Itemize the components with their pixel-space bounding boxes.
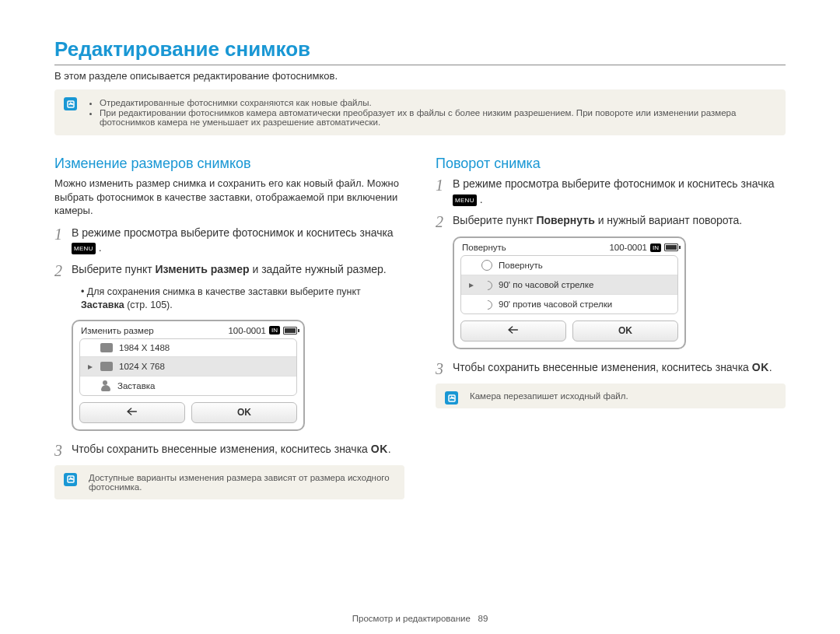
list-item[interactable]: Заставка xyxy=(80,376,296,395)
resize-bottom-note: Доступные варианты изменения размера зав… xyxy=(54,465,404,499)
rotate-step-2: 2 Выберите пункт Повернуть и нужный вари… xyxy=(436,213,786,230)
step-body: Выберите пункт Повернуть и нужный вариан… xyxy=(453,213,742,230)
step-text-post: и нужный вариант поворота. xyxy=(598,214,743,226)
step-body: Чтобы сохранить внесенные изменения, кос… xyxy=(72,442,391,459)
step-body: В режиме просмотра выберите фотоснимок и… xyxy=(453,177,786,207)
sub-bullet-post: (стр. 105). xyxy=(127,299,173,310)
resize-step-1: 1 В режиме просмотра выберите фотоснимок… xyxy=(54,226,404,256)
list-item[interactable]: ▸ 90' по часовой стрелке xyxy=(461,275,677,294)
resize-intro: Можно изменить размер снимка и сохранить… xyxy=(54,177,404,218)
rotate-icon xyxy=(481,260,492,271)
list-item[interactable]: ▸ 1024 X 768 xyxy=(80,356,296,376)
page-intro: В этом разделе описывается редактировани… xyxy=(54,70,786,82)
note-text: Камера перезапишет исходный файл. xyxy=(470,391,628,401)
step-bold: Изменить размер xyxy=(155,263,249,275)
step-number: 3 xyxy=(54,442,72,459)
note-icon xyxy=(64,473,77,486)
ok-icon: OK xyxy=(752,361,769,373)
device-header: Повернуть 100-0001 IN xyxy=(460,243,678,255)
step-number: 3 xyxy=(436,360,453,377)
caret-icon: ▸ xyxy=(88,361,94,372)
device-file-no: 100-0001 xyxy=(609,243,647,252)
ok-button[interactable]: OK xyxy=(572,321,678,342)
step-text-post: и задайте нужный размер. xyxy=(252,263,386,275)
resize-sub-bullet: Для сохранения снимка в качестве заставк… xyxy=(81,285,404,312)
step-body: В режиме просмотра выберите фотоснимок и… xyxy=(72,226,404,256)
device-title: Изменить размер xyxy=(81,326,154,335)
note-icon xyxy=(64,97,77,110)
footer-section: Просмотр и редактирование xyxy=(352,614,471,623)
resize-step-3: 3 Чтобы сохранить внесенные изменения, к… xyxy=(54,442,404,459)
step-period: . xyxy=(769,361,772,373)
list-item[interactable]: 90' против часовой стрелки xyxy=(461,294,677,313)
title-rule xyxy=(54,65,786,65)
device-header: Изменить размер 100-0001 IN xyxy=(79,326,297,338)
step-bold: Повернуть xyxy=(536,214,594,226)
note-icon xyxy=(445,391,458,405)
step-text-after: . xyxy=(480,193,483,205)
section-heading-resize: Изменение размеров снимков xyxy=(54,156,404,172)
menu-icon: MENU xyxy=(72,243,96,254)
list-item[interactable]: Повернуть xyxy=(461,256,677,275)
step-body: Чтобы сохранить внесенные изменения, кос… xyxy=(453,360,772,377)
left-column: Изменение размеров снимков Можно изменит… xyxy=(54,156,404,520)
step-text: Чтобы сохранить внесенные изменения, кос… xyxy=(72,443,371,455)
step-number: 2 xyxy=(54,262,72,279)
step-number: 1 xyxy=(54,226,72,256)
top-note-list: Отредактированные фотоснимки сохраняются… xyxy=(89,98,775,127)
back-button[interactable] xyxy=(79,402,185,423)
step-text: Выберите пункт xyxy=(453,214,536,226)
sub-bullet-bold: Заставка xyxy=(81,299,124,310)
page-footer: Просмотр и редактирование 89 xyxy=(0,614,840,623)
footer-page-number: 89 xyxy=(478,614,488,623)
step-body: Выберите пункт Изменить размер и задайте… xyxy=(72,262,387,279)
person-icon xyxy=(100,380,111,391)
note-text: Доступные варианты изменения размера зав… xyxy=(89,473,390,492)
list-item-label: Повернуть xyxy=(499,261,543,270)
list-item-label: 1024 X 768 xyxy=(119,362,165,371)
ok-icon: OK xyxy=(371,443,388,455)
step-text: Выберите пункт xyxy=(72,263,155,275)
list-item-label: Заставка xyxy=(117,381,155,391)
in-badge-icon: IN xyxy=(269,326,280,335)
in-badge-icon: IN xyxy=(650,243,661,252)
step-text: В режиме просмотра выберите фотоснимок и… xyxy=(72,226,394,239)
battery-icon xyxy=(283,327,297,335)
device-list: 1984 X 1488 ▸ 1024 X 768 Заставка xyxy=(79,338,297,396)
device-list: Повернуть ▸ 90' по часовой стрелке 90' п… xyxy=(460,255,678,314)
rotate-device: Повернуть 100-0001 IN Повернуть ▸ xyxy=(453,236,686,349)
step-text: Чтобы сохранить внесенные изменения, кос… xyxy=(453,361,752,373)
rotate-step-3: 3 Чтобы сохранить внесенные изменения, к… xyxy=(436,360,786,377)
ok-button[interactable]: OK xyxy=(191,402,297,423)
top-note-item: Отредактированные фотоснимки сохраняются… xyxy=(100,98,775,107)
list-item-label: 90' против часовой стрелки xyxy=(499,299,612,309)
menu-icon: MENU xyxy=(453,194,477,206)
size-icon xyxy=(100,343,113,352)
device-buttons: OK xyxy=(460,321,678,342)
back-button[interactable] xyxy=(460,321,566,342)
top-note-item: При редактировании фотоснимков камера ав… xyxy=(100,108,775,127)
step-number: 2 xyxy=(436,213,453,230)
rotate-bottom-note: Камера перезапишет исходный файл. xyxy=(436,384,786,408)
device-file-no: 100-0001 xyxy=(228,326,266,335)
rotate-ccw-icon xyxy=(481,299,492,310)
top-note-box: Отредактированные фотоснимки сохраняются… xyxy=(54,89,786,135)
list-item-label: 90' по часовой стрелке xyxy=(499,280,593,289)
size-icon xyxy=(100,362,113,371)
rotate-step-1: 1 В режиме просмотра выберите фотоснимок… xyxy=(436,177,786,207)
resize-device: Изменить размер 100-0001 IN 1984 X 1488 xyxy=(72,320,305,431)
sub-bullet-pre: Для сохранения снимка в качестве заставк… xyxy=(87,286,361,297)
step-number: 1 xyxy=(436,177,453,207)
list-item-label: 1984 X 1488 xyxy=(119,343,170,352)
resize-step-2: 2 Выберите пункт Изменить размер и задай… xyxy=(54,262,404,279)
device-title: Повернуть xyxy=(462,243,506,252)
list-item[interactable]: 1984 X 1488 xyxy=(80,339,296,356)
section-heading-rotate: Поворот снимка xyxy=(436,156,786,172)
right-column: Поворот снимка 1 В режиме просмотра выбе… xyxy=(436,156,786,520)
rotate-cw-icon xyxy=(481,279,492,290)
caret-icon: ▸ xyxy=(469,279,475,290)
step-text-after: . xyxy=(99,241,102,254)
step-period: . xyxy=(388,443,391,455)
step-text: В режиме просмотра выберите фотоснимок и… xyxy=(453,177,775,190)
battery-icon xyxy=(664,243,678,251)
